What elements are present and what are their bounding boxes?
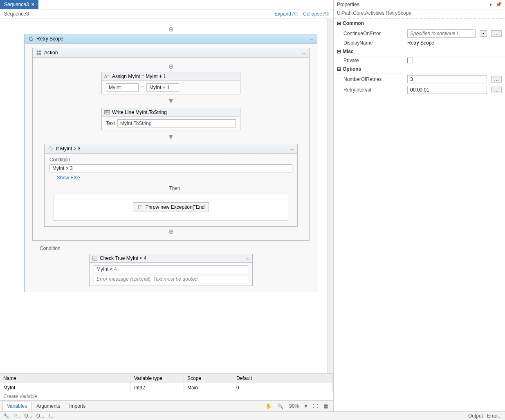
checktrue-header[interactable]: Check True MyInt < 4 ︽ [90, 254, 252, 263]
tab-close-icon[interactable]: × [31, 2, 34, 7]
retry-scope-title: Retry Scope [36, 36, 63, 42]
continueonerror-input[interactable] [407, 29, 476, 38]
throw-activity[interactable]: ! Throw new Exception("End [133, 202, 209, 212]
displayname-value[interactable]: Retry Scope [407, 40, 502, 46]
assign-right-input[interactable]: MyInt + 1 [146, 83, 179, 92]
breadcrumb-bar: Sequence3 Expand All Collapse All [0, 9, 333, 19]
category-misc[interactable]: ⊟ Misc [334, 47, 505, 56]
col-name[interactable]: Name [0, 374, 131, 383]
pin-icon[interactable]: 📌 [496, 2, 502, 7]
tab-label: Sequence3 [4, 2, 29, 7]
condition-section-label: Condition [40, 246, 310, 251]
pan-tool-icon[interactable]: ✋ [263, 402, 274, 410]
check-icon [92, 255, 98, 261]
if-header[interactable]: If MyInt > 3 ︽ [45, 144, 297, 154]
if-activity[interactable]: If MyInt > 3 ︽ Condition MyInt > 3 Show … [44, 144, 298, 227]
prop-private: Private [334, 56, 505, 65]
retry-scope-header[interactable]: Retry Scope ︽ [25, 34, 317, 44]
add-activity-plus[interactable]: ⊕ [40, 63, 302, 70]
interval-input[interactable] [407, 86, 487, 94]
checktrue-expr-input[interactable]: MyInt < 4 [94, 265, 248, 273]
writeline-header[interactable]: Write Line MyInt.ToString [102, 108, 240, 117]
prop-retryinterval: RetryInterval … [334, 85, 505, 95]
action-title: Action [44, 50, 58, 56]
zoom-level[interactable]: 90% [287, 402, 301, 410]
col-scope[interactable]: Scope [184, 374, 233, 383]
action-header[interactable]: Action ︽ [33, 48, 309, 58]
writeline-text-label: Text [106, 121, 115, 126]
collapse-icon[interactable]: ︽ [246, 255, 250, 261]
checktrue-activity[interactable]: Check True MyInt < 4 ︽ MyInt < 4 Error m… [89, 254, 253, 286]
fit-screen-icon[interactable]: ⛶ [310, 402, 320, 410]
workflow-canvas[interactable]: ⊕ Retry Scope ︽ [0, 19, 327, 373]
assign-left-input[interactable]: MyInt [106, 83, 139, 92]
zoom-icon[interactable]: 🔍 [275, 402, 286, 410]
tab-arguments[interactable]: Arguments [32, 402, 64, 410]
writeline-text-input[interactable]: MyInt.ToString [117, 119, 236, 127]
category-options[interactable]: ⊟ Options [334, 65, 505, 74]
var-type[interactable]: Int32 [131, 383, 184, 392]
vertical-scrollbar[interactable] [327, 19, 333, 373]
tab-sequence3[interactable]: Sequence3 × [0, 0, 38, 9]
variable-row[interactable]: MyInt Int32 Main 0 [0, 383, 333, 392]
prop-displayname: DisplayName Retry Scope [334, 39, 505, 47]
create-variable-link[interactable]: Create Variable [0, 392, 333, 400]
collapse-all-link[interactable]: Collapse All [303, 11, 329, 17]
bottom-tab-bar: Variables Arguments Imports ✋ 🔍 90% ▾ ⛶ … [0, 400, 333, 411]
equals-label: = [141, 85, 144, 90]
status-bar: 🔧 P... O... O... T... Output Error... [0, 411, 505, 420]
dropdown-icon[interactable]: ▾ [489, 2, 492, 7]
action-sequence[interactable]: Action ︽ ⊕ A=B Assign [32, 48, 310, 241]
editor-button[interactable]: ▪ [480, 30, 487, 37]
expand-icon[interactable]: ⊟ [337, 49, 341, 54]
properties-title-bar: Properties ▾ 📌 [334, 0, 505, 9]
overview-icon[interactable]: ▦ [321, 402, 330, 410]
zoom-dropdown-icon[interactable]: ▾ [302, 402, 310, 410]
ellipsis-button[interactable]: … [491, 87, 502, 93]
col-type[interactable]: Variable type [131, 374, 184, 383]
status-output[interactable]: Output [468, 413, 483, 419]
retries-input[interactable] [407, 75, 487, 83]
add-activity-top[interactable]: ⊕ [25, 25, 317, 33]
assign-header[interactable]: A=B Assign MyInt = MyInt + 1 [102, 72, 240, 81]
category-common[interactable]: ⊟ Common [334, 19, 505, 28]
collapse-icon[interactable]: ︽ [290, 146, 294, 152]
wrench-icon[interactable]: 🔧 [3, 413, 9, 419]
var-name[interactable]: MyInt [0, 383, 131, 392]
flow-arrow-icon: ▼ [40, 97, 302, 105]
collapse-icon[interactable]: ︽ [310, 36, 314, 42]
prop-name: Private [343, 58, 405, 63]
assign-activity[interactable]: A=B Assign MyInt = MyInt + 1 MyInt = MyI… [101, 72, 240, 94]
expand-all-link[interactable]: Expand All [274, 11, 298, 17]
expand-icon[interactable]: ⊟ [337, 20, 341, 26]
properties-title: Properties [337, 2, 359, 7]
collapse-icon[interactable]: ︽ [302, 50, 306, 56]
tab-variables[interactable]: Variables [2, 402, 31, 411]
status-t[interactable]: T... [48, 413, 55, 419]
writeline-activity[interactable]: Write Line MyInt.ToString Text MyInt.ToS… [101, 108, 240, 130]
var-default[interactable]: 0 [233, 383, 333, 392]
var-scope[interactable]: Main [184, 383, 233, 392]
condition-input[interactable]: MyInt > 3 [49, 164, 292, 172]
tab-imports[interactable]: Imports [65, 402, 90, 410]
then-label: Then [57, 185, 292, 191]
ellipsis-button[interactable]: … [491, 30, 502, 37]
expand-icon[interactable]: ⊟ [337, 66, 341, 72]
status-o2[interactable]: O... [36, 413, 44, 419]
svg-rect-10 [93, 256, 97, 261]
show-else-link[interactable]: Show Else [57, 175, 80, 181]
prop-name: DisplayName [343, 40, 405, 46]
retry-scope-activity[interactable]: Retry Scope ︽ Action ︽ [25, 34, 317, 292]
ellipsis-button[interactable]: … [491, 76, 502, 83]
checktrue-error-input[interactable]: Error message (optional). Text must be q… [94, 275, 248, 283]
svg-rect-3 [39, 53, 41, 55]
status-error[interactable]: Error... [487, 413, 502, 419]
col-default[interactable]: Default [233, 374, 333, 383]
private-checkbox[interactable] [407, 58, 413, 63]
status-o1[interactable]: O... [24, 413, 32, 419]
status-project[interactable]: P... [13, 413, 20, 419]
then-container[interactable]: ! Throw new Exception("End [54, 194, 288, 221]
svg-rect-5 [105, 111, 110, 114]
add-activity-plus[interactable]: ⊕ [40, 228, 302, 235]
breadcrumb[interactable]: Sequence3 [4, 11, 29, 17]
